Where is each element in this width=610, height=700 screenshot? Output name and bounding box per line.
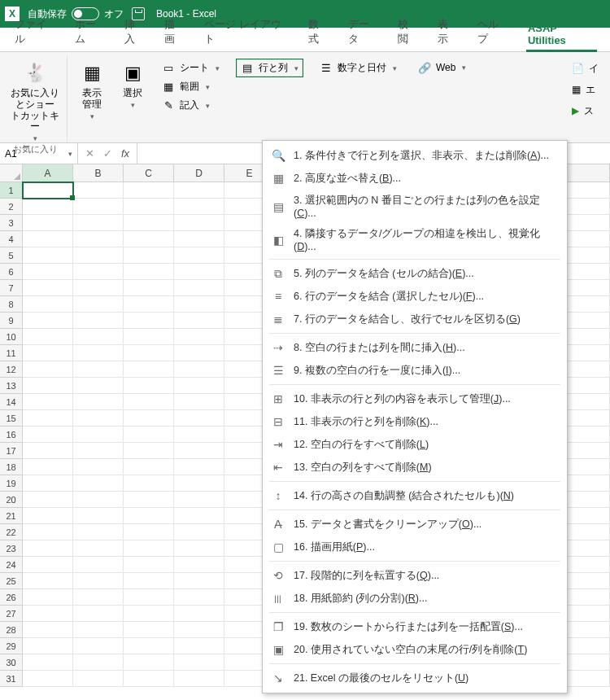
vision-manage-button[interactable]: ▦ 表示 管理 ▾ — [72, 57, 111, 129]
row-header[interactable]: 18 — [0, 459, 23, 475]
cell[interactable] — [124, 492, 174, 508]
row-header[interactable]: 17 — [0, 443, 23, 459]
cell[interactable] — [23, 280, 73, 296]
cell[interactable] — [124, 606, 174, 622]
cell[interactable] — [73, 394, 124, 410]
cell[interactable] — [124, 622, 174, 638]
row-header[interactable]: 31 — [0, 671, 23, 687]
cell[interactable] — [23, 361, 73, 378]
row-header[interactable]: 1 — [0, 182, 23, 199]
cell[interactable] — [174, 654, 224, 671]
cell[interactable] — [73, 589, 124, 606]
cell[interactable] — [174, 199, 224, 215]
row-header[interactable]: 13 — [0, 378, 23, 394]
row-header[interactable]: 15 — [0, 410, 23, 427]
cell[interactable] — [124, 280, 174, 296]
cell[interactable] — [124, 361, 174, 378]
cell[interactable] — [23, 654, 73, 671]
cell[interactable] — [174, 622, 224, 638]
row-header[interactable]: 16 — [0, 427, 23, 443]
cell[interactable] — [124, 410, 174, 427]
column-header[interactable]: D — [174, 164, 224, 182]
cell[interactable] — [23, 410, 73, 427]
cell[interactable] — [23, 215, 73, 231]
cell[interactable] — [73, 427, 124, 443]
cell[interactable] — [124, 671, 174, 687]
cell[interactable] — [174, 329, 224, 345]
cell[interactable] — [124, 443, 174, 459]
column-header[interactable]: B — [73, 164, 124, 182]
row-header[interactable]: 5 — [0, 247, 23, 264]
cell[interactable] — [73, 540, 124, 557]
menu-item[interactable]: ▢16. 描画用紙(P)... — [263, 536, 567, 558]
tab-help[interactable]: ヘルプ — [469, 12, 516, 51]
cell[interactable] — [73, 296, 124, 313]
cell[interactable] — [174, 231, 224, 247]
cell[interactable] — [174, 443, 224, 459]
cell[interactable] — [174, 524, 224, 540]
row-header[interactable]: 20 — [0, 492, 23, 508]
cell[interactable] — [124, 247, 174, 264]
menu-item[interactable]: ▤3. 選択範囲内の N 番目ごとの行または列の色を設定(C)... — [263, 190, 567, 223]
cell[interactable] — [174, 606, 224, 622]
cell[interactable] — [23, 231, 73, 247]
cell[interactable] — [23, 443, 73, 459]
row-header[interactable]: 23 — [0, 540, 23, 557]
menu-item[interactable]: ⇥12. 空白の行をすべて削除(L) — [263, 433, 567, 456]
cell[interactable] — [174, 427, 224, 443]
cell[interactable] — [124, 378, 174, 394]
cell[interactable] — [73, 182, 124, 199]
start-button[interactable]: ▶ス — [572, 103, 599, 119]
notes-button[interactable]: ✎ 記入 ▾ — [157, 96, 224, 115]
cell[interactable] — [73, 524, 124, 540]
row-header[interactable]: 24 — [0, 557, 23, 573]
cell[interactable] — [174, 638, 224, 654]
cell[interactable] — [23, 199, 73, 215]
cell[interactable] — [23, 459, 73, 475]
cell[interactable] — [174, 296, 224, 313]
cell[interactable] — [23, 475, 73, 492]
cell[interactable] — [124, 589, 174, 606]
cell[interactable] — [23, 557, 73, 573]
cell[interactable] — [73, 492, 124, 508]
cell[interactable] — [23, 247, 73, 264]
cell[interactable] — [23, 492, 73, 508]
cell[interactable] — [73, 199, 124, 215]
cell[interactable] — [124, 427, 174, 443]
menu-item[interactable]: ▣20. 使用されていない空白の末尾の行/列を削除(T) — [263, 638, 567, 661]
column-header[interactable]: A — [23, 164, 73, 182]
cell[interactable] — [23, 606, 73, 622]
cell[interactable] — [174, 313, 224, 329]
row-header[interactable]: 28 — [0, 622, 23, 638]
cell[interactable] — [174, 247, 224, 264]
autosave-switch-icon[interactable] — [72, 7, 99, 20]
row-header[interactable]: 11 — [0, 345, 23, 361]
tab-data[interactable]: データ — [340, 12, 386, 51]
cell[interactable] — [73, 443, 124, 459]
fx-icon[interactable]: fx — [117, 147, 133, 160]
import-button[interactable]: 📄イ — [572, 60, 599, 77]
cell[interactable] — [73, 475, 124, 492]
cell[interactable] — [73, 378, 124, 394]
menu-item[interactable]: ≡6. 行のデータを結合 (選択したセル)(F)... — [263, 285, 567, 308]
cell[interactable] — [174, 361, 224, 378]
menu-item[interactable]: ⧉5. 列のデータを結合 (セルの結合)(E)... — [263, 262, 567, 285]
cell[interactable] — [174, 345, 224, 361]
menu-item[interactable]: ↘21. Excel の最後のセルをリセット(U) — [263, 667, 567, 689]
row-header[interactable]: 29 — [0, 638, 23, 654]
cell[interactable] — [73, 671, 124, 687]
cell[interactable] — [174, 540, 224, 557]
row-header[interactable]: 4 — [0, 231, 23, 247]
row-header[interactable]: 9 — [0, 313, 23, 329]
cell[interactable] — [23, 427, 73, 443]
cell[interactable] — [23, 671, 73, 687]
row-header[interactable]: 10 — [0, 329, 23, 345]
cell[interactable] — [73, 361, 124, 378]
cell[interactable] — [174, 215, 224, 231]
cell[interactable] — [23, 589, 73, 606]
numbers-date-button[interactable]: ☰ 数字と日付 ▾ — [315, 59, 402, 77]
menu-item[interactable]: 🔍1. 条件付きで行と列を選択、非表示、または削除(A)... — [263, 144, 567, 167]
cell[interactable] — [124, 313, 174, 329]
tab-draw[interactable]: 描画 — [156, 12, 193, 51]
menu-item[interactable]: ⟲17. 段階的に列を転置する(Q)... — [263, 564, 567, 587]
